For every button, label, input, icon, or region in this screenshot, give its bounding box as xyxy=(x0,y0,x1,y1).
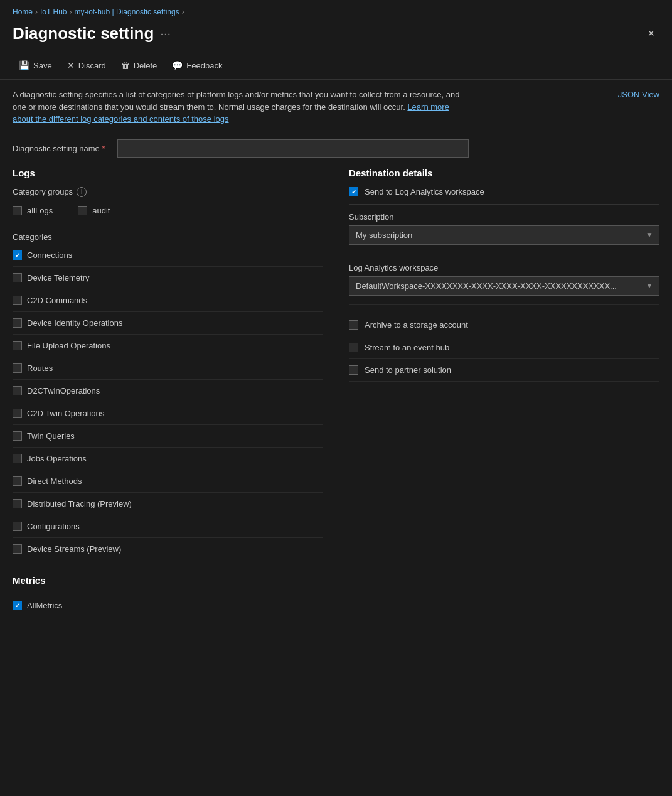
breadcrumb-sep-3: › xyxy=(182,8,184,16)
distributed-tracing-row: Distributed Tracing (Preview) xyxy=(13,493,323,515)
setting-name-row: Diagnostic setting name * xyxy=(0,134,672,168)
archive-storage-label: Archive to a storage account xyxy=(365,320,468,330)
distributed-tracing-label: Distributed Tracing (Preview) xyxy=(27,499,132,508)
discard-icon: ✕ xyxy=(67,60,75,70)
jobs-operations-label: Jobs Operations xyxy=(27,454,87,463)
stream-event-hub-checkbox[interactable] xyxy=(349,343,358,352)
header-title-group: Diagnostic setting ··· xyxy=(13,24,171,43)
audit-checkbox[interactable] xyxy=(78,206,87,215)
twin-queries-checkbox[interactable] xyxy=(13,431,22,441)
breadcrumb-sep-1: › xyxy=(35,8,38,16)
device-telemetry-row: Device Telemetry xyxy=(13,267,323,289)
page-title: Diagnostic setting xyxy=(13,24,154,43)
device-streams-checkbox[interactable] xyxy=(13,544,22,554)
file-upload-row: File Upload Operations xyxy=(13,335,323,357)
archive-storage-checkbox[interactable] xyxy=(349,320,358,330)
description-text: A diagnostic setting specifies a list of… xyxy=(13,90,459,112)
save-button[interactable]: 💾 Save xyxy=(13,56,58,74)
logs-panel: Logs Category groups i allLogs audit Cat… xyxy=(13,168,336,560)
routes-row: Routes xyxy=(13,357,323,380)
d2c-twin-label: D2CTwinOperations xyxy=(27,386,100,395)
breadcrumb-current[interactable]: my-iot-hub | Diagnostic settings xyxy=(74,8,179,16)
log-analytics-label: Log Analytics workspace xyxy=(349,263,659,272)
audit-item: audit xyxy=(78,206,110,215)
all-metrics-checkbox[interactable] xyxy=(13,601,22,610)
required-indicator: * xyxy=(102,144,105,153)
direct-methods-label: Direct Methods xyxy=(27,476,82,486)
all-metrics-row: AllMetrics xyxy=(13,594,659,616)
audit-label: audit xyxy=(92,206,110,215)
subscription-group: Subscription My subscription ▼ xyxy=(349,212,659,254)
discard-button[interactable]: ✕ Discard xyxy=(61,56,112,74)
archive-storage-row: Archive to a storage account xyxy=(349,314,659,336)
device-streams-label: Device Streams (Preview) xyxy=(27,544,121,554)
page-header: Diagnostic setting ··· × xyxy=(0,21,672,51)
delete-icon: 🗑 xyxy=(121,60,130,70)
partner-solution-checkbox[interactable] xyxy=(349,365,358,375)
allLogs-label: allLogs xyxy=(27,206,53,215)
partner-solution-row: Send to partner solution xyxy=(349,359,659,382)
device-identity-label: Device Identity Operations xyxy=(27,318,122,328)
subscription-dropdown-wrapper: My subscription ▼ xyxy=(349,225,659,245)
stream-event-hub-row: Stream to an event hub xyxy=(349,336,659,359)
device-telemetry-label: Device Telemetry xyxy=(27,273,89,282)
log-analytics-dropdown[interactable]: DefaultWorkspace-XXXXXXXX-XXXX-XXXX-XXXX… xyxy=(349,276,659,296)
direct-methods-row: Direct Methods xyxy=(13,470,323,493)
breadcrumb-sep-2: › xyxy=(69,8,72,16)
more-options-icon[interactable]: ··· xyxy=(160,26,171,41)
description-area: A diagnostic setting specifies a list of… xyxy=(0,80,672,134)
breadcrumb-home[interactable]: Home xyxy=(13,8,33,16)
breadcrumb: Home › IoT Hub › my-iot-hub | Diagnostic… xyxy=(0,0,672,21)
jobs-operations-checkbox[interactable] xyxy=(13,454,22,463)
setting-name-input[interactable] xyxy=(117,139,469,158)
device-identity-row: Device Identity Operations xyxy=(13,312,323,335)
allLogs-checkbox[interactable] xyxy=(13,206,22,215)
direct-methods-checkbox[interactable] xyxy=(13,476,22,486)
c2d-commands-label: C2D Commands xyxy=(27,296,87,305)
destination-section-title: Destination details xyxy=(349,168,659,178)
delete-button[interactable]: 🗑 Delete xyxy=(115,56,164,74)
partner-solution-label: Send to partner solution xyxy=(365,365,451,375)
d2c-twin-row: D2CTwinOperations xyxy=(13,380,323,402)
feedback-icon: 💬 xyxy=(172,60,183,70)
info-icon[interactable]: i xyxy=(77,187,87,197)
configurations-row: Configurations xyxy=(13,515,323,538)
routes-checkbox[interactable] xyxy=(13,363,22,373)
configurations-label: Configurations xyxy=(27,522,80,531)
device-identity-checkbox[interactable] xyxy=(13,318,22,328)
all-metrics-label: AllMetrics xyxy=(27,601,62,610)
twin-queries-row: Twin Queries xyxy=(13,425,323,448)
metrics-section: Metrics AllMetrics xyxy=(0,565,672,627)
connections-label: Connections xyxy=(27,250,72,260)
stream-event-hub-label: Stream to an event hub xyxy=(365,343,449,352)
json-view-link[interactable]: JSON View xyxy=(605,89,659,101)
device-telemetry-checkbox[interactable] xyxy=(13,273,22,282)
feedback-button[interactable]: 💬 Feedback xyxy=(166,56,228,74)
feedback-label: Feedback xyxy=(186,61,222,70)
d2c-twin-checkbox[interactable] xyxy=(13,386,22,395)
categories-title: Categories xyxy=(13,232,323,242)
file-upload-label: File Upload Operations xyxy=(27,341,110,350)
save-icon: 💾 xyxy=(19,60,29,70)
category-groups: Category groups i allLogs audit xyxy=(13,187,323,222)
allLogs-item: allLogs xyxy=(13,206,53,215)
c2d-twin-checkbox[interactable] xyxy=(13,409,22,418)
twin-queries-label: Twin Queries xyxy=(27,431,75,441)
file-upload-checkbox[interactable] xyxy=(13,341,22,350)
discard-label: Discard xyxy=(78,61,106,70)
subscription-dropdown[interactable]: My subscription xyxy=(349,225,659,245)
metrics-section-title: Metrics xyxy=(13,575,659,586)
c2d-commands-checkbox[interactable] xyxy=(13,296,22,305)
setting-name-label: Diagnostic setting name * xyxy=(13,144,105,153)
configurations-checkbox[interactable] xyxy=(13,522,22,531)
distributed-tracing-checkbox[interactable] xyxy=(13,499,22,508)
connections-checkbox[interactable] xyxy=(13,250,22,260)
jobs-operations-row: Jobs Operations xyxy=(13,448,323,470)
breadcrumb-iot-hub[interactable]: IoT Hub xyxy=(40,8,67,16)
subscription-label: Subscription xyxy=(349,212,659,222)
destination-panel: Destination details Send to Log Analytic… xyxy=(336,168,659,560)
close-button[interactable]: × xyxy=(643,24,659,43)
log-analytics-group: Log Analytics workspace DefaultWorkspace… xyxy=(349,263,659,305)
send-to-log-analytics-checkbox[interactable] xyxy=(349,187,358,196)
category-groups-row: allLogs audit xyxy=(13,203,323,222)
